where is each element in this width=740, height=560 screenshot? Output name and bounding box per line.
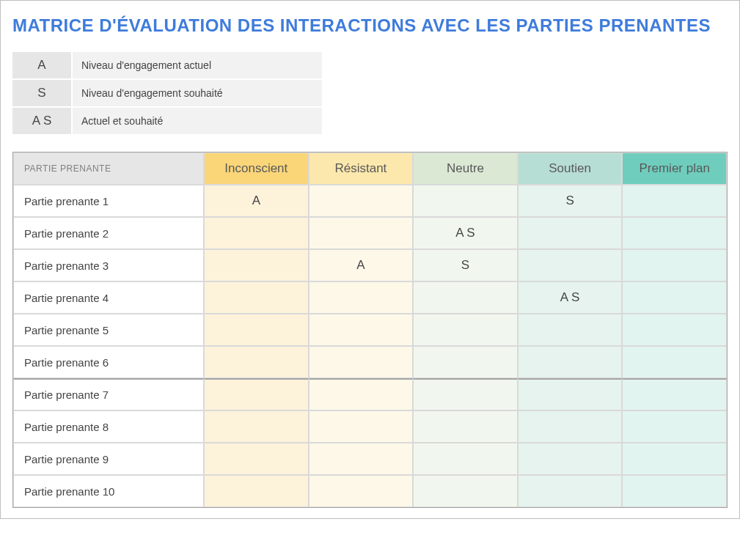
row-label: Partie prenante 5: [13, 314, 204, 346]
column-header-inconscient: Inconscient: [204, 152, 309, 185]
table-row: Partie prenante 10: [13, 475, 727, 507]
matrix-cell[interactable]: [413, 443, 518, 475]
matrix-cell[interactable]: [309, 443, 414, 475]
table-row: Partie prenante 2A S: [13, 217, 727, 249]
matrix-cell[interactable]: [518, 217, 623, 249]
row-label: Partie prenante 2: [13, 217, 204, 249]
matrix-cell[interactable]: [204, 314, 309, 346]
row-label: Partie prenante 10: [13, 475, 204, 507]
matrix-cell[interactable]: [413, 378, 518, 410]
matrix-cell[interactable]: [622, 443, 727, 475]
column-header-neutre: Neutre: [413, 152, 518, 185]
row-label: Partie prenante 4: [13, 281, 204, 314]
matrix-cell[interactable]: [204, 249, 309, 281]
matrix-cell[interactable]: [309, 475, 414, 507]
matrix-cell[interactable]: [622, 185, 727, 217]
column-header-premier-plan: Premier plan: [622, 152, 727, 185]
column-header-resistant: Résistant: [309, 152, 414, 185]
matrix-cell[interactable]: [413, 281, 518, 314]
row-label: Partie prenante 3: [13, 249, 204, 281]
matrix-cell[interactable]: [622, 346, 727, 378]
matrix-cell[interactable]: [622, 281, 727, 314]
matrix-cell[interactable]: [518, 410, 623, 443]
row-label: Partie prenante 6: [13, 346, 204, 378]
matrix-cell[interactable]: [622, 410, 727, 443]
legend-table: A Niveau d'engagement actuel S Niveau d'…: [12, 52, 728, 134]
table-row: Partie prenante 5: [13, 314, 727, 346]
matrix-cell[interactable]: [309, 410, 414, 443]
matrix-cell[interactable]: [204, 443, 309, 475]
matrix-cell[interactable]: [413, 346, 518, 378]
legend-key: A: [12, 52, 73, 78]
matrix-cell[interactable]: A S: [413, 217, 518, 249]
matrix-cell[interactable]: [309, 378, 414, 410]
matrix-cell[interactable]: [518, 346, 623, 378]
matrix-cell[interactable]: [413, 314, 518, 346]
matrix-cell[interactable]: [204, 281, 309, 314]
matrix-cell[interactable]: [309, 281, 414, 314]
matrix-cell[interactable]: S: [413, 249, 518, 281]
page-title: MATRICE D'ÉVALUATION DES INTERACTIONS AV…: [12, 15, 728, 36]
matrix-cell[interactable]: [518, 378, 623, 410]
legend-key: A S: [12, 108, 73, 134]
legend-desc: Niveau d'engagement souhaité: [73, 80, 322, 106]
matrix-cell[interactable]: [204, 346, 309, 378]
matrix-cell[interactable]: [622, 378, 727, 410]
matrix-cell[interactable]: [518, 475, 623, 507]
row-label: Partie prenante 8: [13, 410, 204, 443]
table-row: Partie prenante 1AS: [13, 185, 727, 217]
matrix-cell[interactable]: A: [309, 249, 414, 281]
matrix-cell[interactable]: A S: [518, 281, 623, 314]
table-row: Partie prenante 8: [13, 410, 727, 443]
row-label: Partie prenante 9: [13, 443, 204, 475]
matrix-table: PARTIE PRENANTE Inconscient Résistant Ne…: [12, 152, 728, 508]
stakeholder-column-header: PARTIE PRENANTE: [13, 152, 204, 185]
matrix-cell[interactable]: [622, 314, 727, 346]
matrix-cell[interactable]: [309, 185, 414, 217]
matrix-cell[interactable]: [413, 410, 518, 443]
table-row: Partie prenante 6: [13, 346, 727, 378]
matrix-cell[interactable]: [413, 475, 518, 507]
legend-key: S: [12, 80, 73, 106]
matrix-cell[interactable]: [309, 346, 414, 378]
matrix-cell[interactable]: [518, 443, 623, 475]
matrix-cell[interactable]: [622, 475, 727, 507]
table-row: Partie prenante 3AS: [13, 249, 727, 281]
matrix-cell[interactable]: [622, 249, 727, 281]
page-container: MATRICE D'ÉVALUATION DES INTERACTIONS AV…: [0, 0, 740, 519]
matrix-cell[interactable]: [413, 185, 518, 217]
matrix-cell[interactable]: [204, 217, 309, 249]
column-header-soutien: Soutien: [518, 152, 623, 185]
matrix-cell[interactable]: [622, 217, 727, 249]
legend-desc: Niveau d'engagement actuel: [73, 52, 322, 78]
matrix-header-row: PARTIE PRENANTE Inconscient Résistant Ne…: [13, 152, 727, 185]
matrix-cell[interactable]: [518, 314, 623, 346]
matrix-cell[interactable]: A: [204, 185, 309, 217]
table-row: Partie prenante 7: [13, 378, 727, 410]
row-label: Partie prenante 7: [13, 378, 204, 410]
legend-desc: Actuel et souhaité: [73, 108, 322, 134]
matrix-cell[interactable]: [204, 410, 309, 443]
matrix-cell[interactable]: [309, 314, 414, 346]
row-label: Partie prenante 1: [13, 185, 204, 217]
matrix-cell[interactable]: [204, 378, 309, 410]
matrix-cell[interactable]: [309, 217, 414, 249]
matrix-cell[interactable]: [518, 249, 623, 281]
table-row: Partie prenante 4A S: [13, 281, 727, 314]
matrix-body: Partie prenante 1ASPartie prenante 2A SP…: [13, 185, 727, 507]
table-row: Partie prenante 9: [13, 443, 727, 475]
matrix-cell[interactable]: [204, 475, 309, 507]
matrix-cell[interactable]: S: [518, 185, 623, 217]
